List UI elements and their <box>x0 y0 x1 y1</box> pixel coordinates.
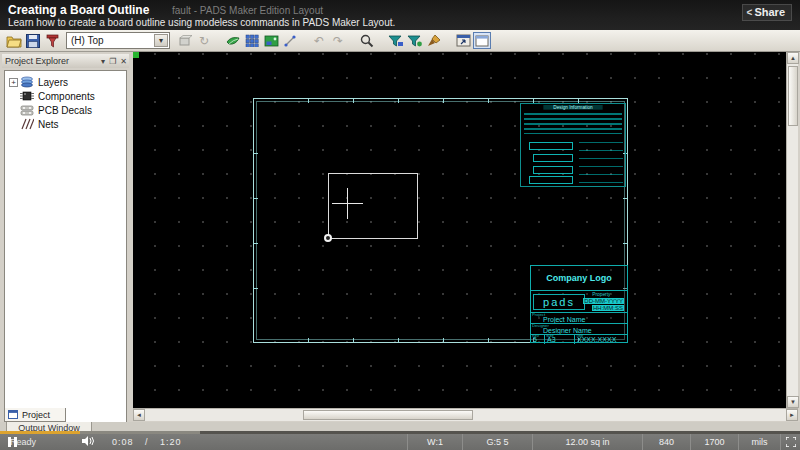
components-icon <box>20 90 35 102</box>
video-title: Creating a Board Outline <box>8 3 149 17</box>
frame-ticks-left <box>254 109 258 332</box>
time-total: 1:20 <box>160 437 182 447</box>
layout-canvas[interactable]: Design Information Company Logo pads Pro… <box>133 52 786 408</box>
share-button[interactable]: <Share <box>742 4 792 21</box>
scroll-up-icon[interactable]: ▲ <box>787 52 799 64</box>
project-explorer-header: Project Explorer ▾ ❐ ✕ <box>2 54 129 68</box>
stackup-layer-box <box>529 176 573 184</box>
redo-icon[interactable]: ↷ <box>329 32 347 49</box>
tree-item-label: PCB Decals <box>38 105 92 116</box>
logo-row: pads Property DD-MM-YYYY HH:MM:SS <box>531 290 627 312</box>
pick-point-marker <box>324 234 332 242</box>
rev-label: Rev <box>532 334 539 338</box>
chevron-down-icon[interactable]: ▾ <box>154 34 168 47</box>
status-y-coordinate: 1700 <box>690 434 738 450</box>
filter-funnel-icon-1[interactable] <box>387 32 405 49</box>
video-subtitle: Learn how to create a board outline usin… <box>8 17 395 28</box>
scroll-down-icon[interactable]: ▼ <box>787 396 799 408</box>
design-information-rows <box>524 113 622 135</box>
stackup-layer-box <box>533 154 573 162</box>
status-line-width: W:1 <box>407 434 462 450</box>
panel-menu-icon[interactable]: ▾ <box>101 57 105 66</box>
eco-icon[interactable] <box>224 32 242 49</box>
new-window-icon[interactable] <box>473 32 491 49</box>
title-block-bottom-row: Rev5 SizeA3 TitleXXXX.XXXX <box>531 334 627 344</box>
undo-glyph: ↶ <box>314 34 324 48</box>
window-arrow-icon[interactable] <box>454 32 472 49</box>
property-value-2: HH:MM:SS <box>592 305 624 311</box>
status-x-coordinate: 840 <box>642 434 690 450</box>
company-logo-text: Company Logo <box>531 266 627 290</box>
brush-icon[interactable] <box>425 32 443 49</box>
board-outline-rectangle <box>328 173 418 239</box>
crosshair-cursor <box>347 188 348 219</box>
main-toolbar: (H) Top ▾ ↻ ↶ ↷ <box>0 30 800 52</box>
status-units: mils <box>738 434 780 450</box>
tab-project[interactable]: Project <box>4 408 66 422</box>
tree-item-layers[interactable]: + Layers <box>9 75 126 89</box>
layers-icon <box>20 76 35 88</box>
grid-icon[interactable] <box>243 32 261 49</box>
title-label: Title <box>576 334 583 338</box>
save-icon[interactable] <box>24 32 42 49</box>
pcb-decals-icon <box>20 104 35 116</box>
pause-button[interactable] <box>6 437 20 447</box>
video-overlay-header: fault - PADS Maker Edition Layout Creati… <box>0 0 800 30</box>
pads-logo: pads <box>533 294 585 310</box>
status-bar-readouts: W:1 G:5 5 12.00 sq in 840 1700 mils <box>407 434 800 450</box>
project-explorer-panel: Project Explorer ▾ ❐ ✕ + Layers Componen… <box>0 52 131 408</box>
layer-selector[interactable]: (H) Top ▾ <box>66 32 170 49</box>
share-label: Share <box>754 6 785 18</box>
tree-item-label: Layers <box>38 77 68 88</box>
project-tree: + Layers Components PCB Decals Ne <box>4 70 127 450</box>
fullscreen-icon[interactable] <box>780 434 800 450</box>
close-icon[interactable]: ✕ <box>120 57 127 66</box>
designer-name-row: Designer Designer Name <box>531 323 627 334</box>
project-name: Project Name <box>543 316 585 323</box>
volume-icon[interactable] <box>82 436 94 448</box>
tree-item-label: Nets <box>38 119 59 130</box>
box-icon[interactable] <box>176 32 194 49</box>
canvas-origin-marker <box>133 52 139 58</box>
scroll-right-icon[interactable]: ► <box>786 409 798 421</box>
stackup-annotations <box>579 142 623 184</box>
stackup-layer-box <box>533 166 573 174</box>
tree-item-nets[interactable]: Nets <box>9 117 126 131</box>
property-label: Property <box>593 292 611 297</box>
refresh-icon[interactable]: ↻ <box>195 32 213 49</box>
layer-selector-value: (H) Top <box>71 35 104 46</box>
status-board-area: 12.00 sq in <box>532 434 642 450</box>
measure-icon[interactable] <box>281 32 299 49</box>
vertical-scroll-thumb[interactable] <box>788 66 798 126</box>
redo-glyph: ↷ <box>333 34 343 48</box>
zoom-icon[interactable] <box>358 32 376 49</box>
video-timestamp: 0:08 / 1:20 <box>112 437 182 447</box>
vertical-scrollbar[interactable]: ▲ ▼ <box>786 52 798 408</box>
stackup-layer-box <box>529 142 573 150</box>
expand-icon[interactable]: + <box>9 78 18 87</box>
tree-item-components[interactable]: Components <box>9 89 126 103</box>
project-name-row: Project Project Name <box>531 312 627 323</box>
status-grid: G:5 5 <box>462 434 532 450</box>
horizontal-scrollbar[interactable]: ◄ ► <box>133 408 798 421</box>
scroll-left-icon[interactable]: ◄ <box>133 409 145 421</box>
share-arrow-icon: < <box>747 7 753 18</box>
refresh-glyph: ↻ <box>199 34 209 48</box>
board-icon[interactable] <box>262 32 280 49</box>
design-information-table: Design Information <box>520 103 626 187</box>
nets-icon <box>20 118 35 130</box>
tree-item-pcb-decals[interactable]: PCB Decals <box>9 103 126 117</box>
video-control-bar: Ready 0:08 / 1:20 W:1 G:5 5 12.00 sq in … <box>0 434 800 450</box>
time-separator: / <box>145 437 149 447</box>
pin-icon[interactable]: ❐ <box>109 57 116 66</box>
size-label: Size <box>546 334 554 338</box>
horizontal-scroll-thumb[interactable] <box>303 410 473 420</box>
undo-icon[interactable]: ↶ <box>310 32 328 49</box>
property-value-1: DD-MM-YYYY <box>583 298 624 304</box>
panel-title: Project Explorer <box>5 56 69 66</box>
filter-funnel-icon-2[interactable] <box>406 32 424 49</box>
time-current: 0:08 <box>112 437 134 447</box>
window-title: fault - PADS Maker Edition Layout <box>172 5 323 16</box>
open-icon[interactable] <box>5 32 23 49</box>
filter-red-icon[interactable] <box>43 32 61 49</box>
